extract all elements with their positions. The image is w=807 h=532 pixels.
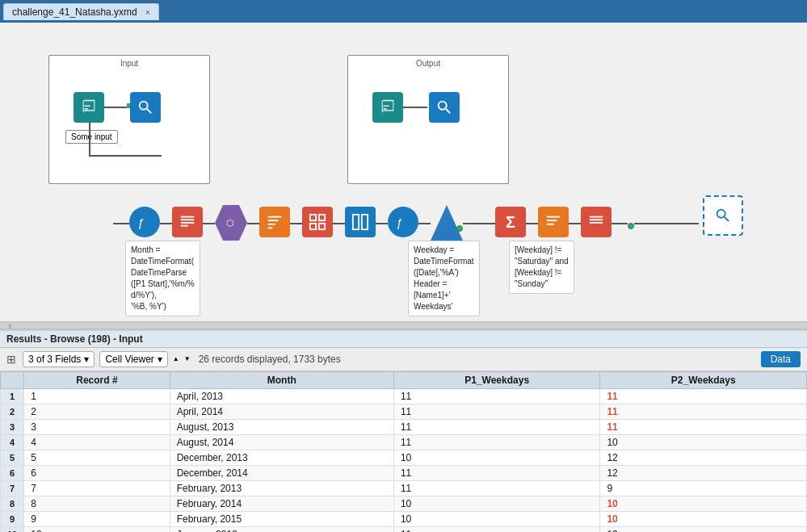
svg-rect-19 [547,224,554,225]
cell-p2: 10 [600,435,807,450]
svg-text:ƒ: ƒ [138,216,145,229]
cell-p1: 11 [393,466,600,481]
cell-record-num: 6 [24,466,170,481]
viewer-dropdown[interactable]: Cell Viewer ▾ [99,351,167,367]
cell-month: April, 2014 [170,404,393,420]
final-browse-node[interactable] [703,195,743,236]
table-row: 11April, 20131111 [1,389,807,404]
final-select-node[interactable] [581,207,612,237]
flow-line-13 [634,223,699,224]
fields-label: 3 of 3 Fields [28,354,81,365]
flow-line-4 [247,223,259,224]
cell-record-num: 7 [24,481,170,496]
svg-rect-1 [181,216,195,218]
col-header-month[interactable]: Month [170,372,393,389]
fields-dropdown[interactable]: 3 of 3 Fields ▾ [23,351,95,367]
results-table-container: Record # Month P1_Weekdays P2_Weekdays 1… [0,371,807,532]
horizontal-scrollbar[interactable]: ‹ [0,321,807,329]
records-info: 26 records displayed, 1733 bytes [199,354,341,365]
sort-up-button[interactable]: ▲ [173,356,179,362]
col-header-p2[interactable]: P2_Weekdays [600,372,807,389]
flow-line-7 [376,223,388,224]
sort-down-button[interactable]: ▼ [184,356,191,362]
svg-rect-17 [547,216,561,218]
hex-node[interactable]: ⬡ [215,205,247,241]
cell-p2: 11 [600,404,807,420]
table-row: 77February, 2013119 [1,481,807,496]
svg-rect-3 [181,222,195,224]
transpose-node[interactable] [345,207,376,237]
cell-p2: 12 [600,527,807,533]
col-header-p1[interactable]: P1_Weekdays [393,372,600,389]
cell-p1: 11 [393,420,600,435]
svg-rect-2 [181,219,195,220]
cell-p1: 11 [393,389,600,404]
svg-rect-12 [310,224,316,229]
cell-month: December, 2013 [170,450,393,466]
input-node-book[interactable] [74,92,104,123]
vert-line [89,123,90,155]
formula-node-2[interactable]: ƒ [388,207,418,237]
output-sort-node[interactable] [538,207,569,237]
flow-line-start [113,223,129,224]
grid-view-icon[interactable]: ⊞ [6,353,16,366]
data-button[interactable]: Data [761,351,801,367]
flow-line-10 [526,223,538,224]
cell-rowindex: 1 [1,389,24,404]
results-toolbar: ⊞ 3 of 3 Fields ▾ Cell Viewer ▾ ▲ ▼ 26 r… [0,348,807,371]
cell-rowindex: 6 [1,466,24,481]
svg-rect-9 [268,227,273,228]
col-header-record[interactable]: Record # [24,372,170,389]
output-node-browse[interactable] [429,92,460,123]
cell-month: April, 2013 [170,389,393,404]
tooltip-2-text: Weekday =DateTimeFormat([Date],'%A')Head… [414,245,474,311]
cell-p2: 10 [600,512,807,527]
cell-record-num: 2 [24,404,170,420]
tooltip-filter: [Weekday] !="Saturday" and[Weekday] !="S… [509,241,574,294]
cell-rowindex: 10 [1,527,24,533]
cell-month: August, 2014 [170,435,393,450]
cell-rowindex: 8 [1,496,24,512]
select-node[interactable] [172,207,203,237]
svg-rect-4 [181,225,188,227]
tab-close-button[interactable]: × [145,7,150,17]
cell-rowindex: 3 [1,420,24,435]
table-row: 1010January, 20131112 [1,527,807,533]
tab-file[interactable]: challenge_41_Natasha.yxmd × [3,3,159,20]
tooltip-formula-1: Month =DateTimeFormat(DateTimeParse([P1 … [125,241,200,316]
output-box: Output [347,55,509,184]
table-row: 88February, 20141010 [1,496,807,512]
input-box-label: Input [49,57,209,69]
table-row: 55December, 20131012 [1,450,807,466]
cell-month: January, 2013 [170,527,393,533]
cell-p1: 10 [393,496,600,512]
cell-rowindex: 9 [1,512,24,527]
cell-record-num: 3 [24,420,170,435]
cell-record-num: 1 [24,389,170,404]
cell-p1: 10 [393,512,600,527]
flow-line-2 [160,223,172,224]
cell-rowindex: 4 [1,435,24,450]
cell-month: February, 2015 [170,512,393,527]
cell-p2: 10 [600,496,807,512]
formula-node-1[interactable]: ƒ [129,207,160,237]
input-node-browse[interactable] [130,92,161,123]
output-box-label: Output [348,57,508,69]
cell-month: August, 2013 [170,420,393,435]
join-node[interactable] [431,205,463,241]
sort-node[interactable] [259,207,290,237]
output-arrow-1 [403,107,427,108]
flow-line-5 [290,223,302,224]
table-header-row: Record # Month P1_Weekdays P2_Weekdays [1,372,807,389]
flow-line-12 [612,223,628,224]
crosstab-node[interactable] [302,207,333,237]
cell-record-num: 5 [24,450,170,466]
cell-p1: 11 [393,527,600,533]
cell-p1: 11 [393,435,600,450]
summarize-node[interactable]: Σ [495,207,526,237]
output-node-book[interactable] [372,92,403,123]
flow-line-11 [569,223,581,224]
flow-line-3 [203,223,215,224]
table-row: 44August, 20141110 [1,435,807,450]
cell-record-num: 9 [24,512,170,527]
